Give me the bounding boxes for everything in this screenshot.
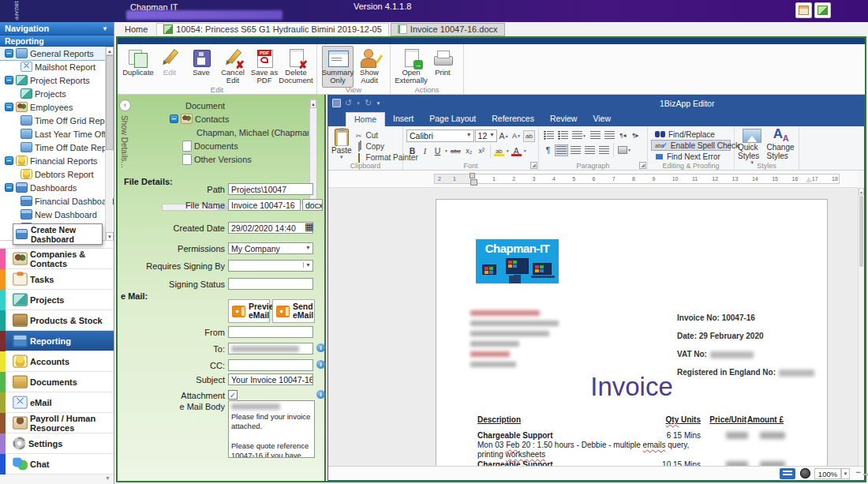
- multilevel-list-button[interactable]: ▼: [571, 129, 588, 141]
- redo-icon[interactable]: ↻: [365, 98, 372, 108]
- nav-tree-item[interactable]: Last Year Time Off Report: [0, 127, 114, 141]
- delete-document-button[interactable]: ✘Delete Document: [280, 46, 312, 88]
- justify-button[interactable]: [597, 144, 611, 156]
- indent-marker[interactable]: [470, 173, 475, 178]
- ltr-direction-button[interactable]: ¶◂: [617, 129, 629, 141]
- zoom-out-button[interactable]: −: [855, 467, 861, 478]
- align-left-button[interactable]: [555, 144, 568, 156]
- subject-input[interactable]: Your Invoice 10047-16: [228, 373, 313, 385]
- chevron-down-icon[interactable]: ▼: [305, 245, 311, 250]
- sidebar-module-settings[interactable]: Settings: [0, 433, 114, 454]
- tab-project-document[interactable]: 10054: Princess S65 G1 Hydraulic Bimini …: [156, 23, 388, 36]
- save-as-pdf-button[interactable]: Save as PDF: [249, 46, 280, 88]
- shrink-font-button[interactable]: A▼: [511, 130, 522, 142]
- right-indent-marker[interactable]: [806, 177, 812, 182]
- preview-email-button[interactable]: Preview eMail: [228, 299, 270, 323]
- dialog-launcher-icon[interactable]: ◢: [530, 162, 537, 169]
- shading-button[interactable]: ▼: [616, 144, 633, 156]
- subscript-button[interactable]: x₂: [463, 145, 475, 157]
- show-audit-button[interactable]: Show Audit: [354, 46, 385, 88]
- editor-vertical-scrollbar[interactable]: ▲: [858, 188, 864, 466]
- grow-font-button[interactable]: A▲: [498, 130, 510, 142]
- sidebar-module-tasks[interactable]: Tasks: [0, 269, 114, 290]
- font-family-select[interactable]: Calibri▼: [406, 129, 474, 142]
- tree-item-document[interactable]: Document: [162, 99, 309, 112]
- nav-tree-item[interactable]: Debtors Report: [0, 167, 114, 181]
- tree-item-contact-person[interactable]: Chapman, Michael (Chapman IT) : D: [162, 126, 309, 139]
- find-next-error-button[interactable]: Find Next Error: [651, 151, 731, 162]
- nav-tree-item[interactable]: Financial Dashboard: [0, 194, 114, 208]
- nav-tree-item[interactable]: −Dashboards: [0, 181, 114, 194]
- nav-tree-item[interactable]: −Employees: [0, 100, 114, 114]
- bold-button[interactable]: B: [406, 145, 418, 157]
- nav-tree-item[interactable]: Projects: [0, 87, 114, 100]
- paste-button[interactable]: Paste ▼: [331, 128, 352, 163]
- strikethrough-button[interactable]: abc: [449, 145, 462, 157]
- ribbon-tab-review[interactable]: Review: [542, 112, 585, 126]
- from-input[interactable]: [228, 326, 313, 338]
- cc-input[interactable]: [228, 359, 313, 371]
- print-button[interactable]: Print: [427, 46, 458, 79]
- sidebar-module-products-stock[interactable]: Products & Stock: [0, 310, 114, 331]
- tree-item-other-versions[interactable]: Other Versions: [162, 152, 309, 166]
- permissions-select[interactable]: My Company▼: [228, 242, 313, 254]
- save-icon[interactable]: [332, 99, 341, 107]
- enable-spell-check-button[interactable]: abcEnable Spell Check: [651, 140, 731, 151]
- zoom-dropdown[interactable]: ▼: [841, 468, 850, 479]
- scroll-up-icon[interactable]: ▲: [859, 188, 864, 195]
- sidebar-module-accounts[interactable]: Accounts: [0, 351, 114, 372]
- nav-tree-item[interactable]: −General Reports: [0, 47, 114, 60]
- decrease-indent-button[interactable]: [589, 129, 602, 141]
- collapse-panel-button[interactable]: ‹: [119, 99, 131, 111]
- show-formatting-button[interactable]: ¶: [542, 144, 554, 156]
- show-details-label[interactable]: Show Details...: [120, 115, 129, 168]
- chevron-down-icon[interactable]: ▼: [376, 101, 380, 106]
- tree-collapse-icon[interactable]: −: [5, 76, 13, 84]
- nav-tree-item[interactable]: New Dashboard: [0, 208, 114, 221]
- sidebar-module-chat[interactable]: Chat: [0, 454, 114, 475]
- requires-signing-by-select[interactable]: ▼: [228, 260, 313, 272]
- rtl-direction-button[interactable]: ¶▸: [630, 129, 642, 141]
- scrollbar-thumb[interactable]: [859, 196, 863, 267]
- scrollbar-thumb[interactable]: [106, 55, 114, 150]
- superscript-button[interactable]: x²: [476, 145, 488, 157]
- increase-indent-button[interactable]: [603, 129, 616, 141]
- italic-button[interactable]: I: [419, 145, 431, 157]
- email-body-input[interactable]: Please find your invoice attached. Pleas…: [228, 400, 315, 458]
- send-email-button[interactable]: Send eMail: [272, 299, 315, 323]
- scroll-up-icon[interactable]: ▲: [106, 47, 114, 55]
- path-input[interactable]: Projects\10047: [228, 183, 313, 195]
- nav-tree-item[interactable]: −Project Reports: [0, 73, 114, 87]
- file-name-input[interactable]: Invoice 10047-16: [228, 199, 301, 211]
- change-styles-button[interactable]: AA Change Styles: [767, 128, 796, 166]
- module-overflow[interactable]: ▼: [0, 475, 114, 484]
- chevron-down-icon[interactable]: ▼: [356, 101, 361, 106]
- bullets-button[interactable]: [542, 129, 556, 141]
- web-layout-view-button[interactable]: [800, 468, 810, 478]
- sidebar-module-reporting[interactable]: Reporting: [0, 331, 114, 351]
- change-case-button[interactable]: ab: [523, 130, 535, 142]
- dialog-launcher-icon[interactable]: ◢: [639, 162, 646, 169]
- horizontal-ruler[interactable]: 21123456789101112131415161718: [434, 174, 840, 184]
- undo-icon[interactable]: ↺: [345, 98, 352, 108]
- tree-collapse-icon[interactable]: −: [170, 114, 178, 123]
- sidebar-module-companies-contacts[interactable]: Companies & Contacts: [0, 249, 114, 269]
- window-tool-button-2[interactable]: [814, 2, 831, 18]
- signing-status-input[interactable]: [228, 278, 313, 290]
- document-page[interactable]: Chapman-IT Invoice No: 10047-16Date: 29: [436, 199, 828, 466]
- ribbon-tab-page-layout[interactable]: Page Layout: [421, 112, 484, 126]
- sidebar-module-documents[interactable]: Documents: [0, 372, 114, 392]
- info-icon[interactable]: i: [316, 343, 325, 352]
- align-right-button[interactable]: [583, 144, 597, 156]
- info-icon[interactable]: i: [316, 390, 325, 399]
- font-color-button[interactable]: A: [511, 145, 522, 157]
- document-canvas[interactable]: Chapman-IT Invoice No: 10047-16Date: 29: [328, 188, 858, 466]
- zoom-level[interactable]: 100%: [814, 468, 841, 479]
- tree-collapse-icon[interactable]: −: [5, 183, 13, 192]
- ribbon-tab-references[interactable]: References: [484, 112, 542, 126]
- navigation-header[interactable]: Navigation ▼: [0, 22, 114, 36]
- info-icon[interactable]: i: [316, 360, 325, 369]
- zoom-slider[interactable]: [863, 474, 868, 475]
- find-replace-button[interactable]: Find/Replace: [651, 129, 731, 140]
- sidebar-module-payroll-human-resources[interactable]: Payroll / Human Resources: [0, 413, 114, 433]
